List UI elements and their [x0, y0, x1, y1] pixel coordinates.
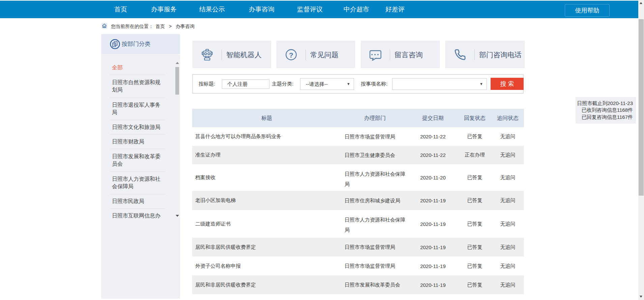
svg-text:?: ?	[289, 51, 293, 59]
